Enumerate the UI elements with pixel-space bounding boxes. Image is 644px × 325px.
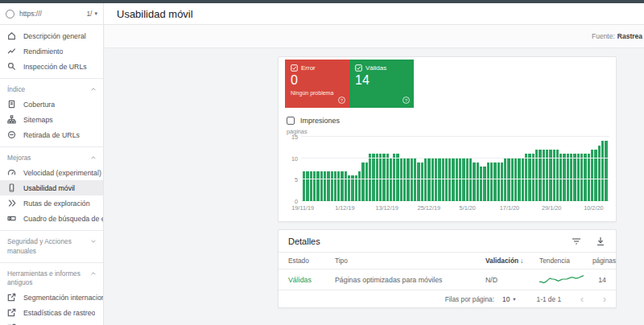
chart-bar <box>361 162 364 201</box>
row-status-link[interactable]: Válidas <box>288 276 335 284</box>
checkbox-unchecked-icon <box>287 117 295 125</box>
chart-bar <box>598 146 601 201</box>
x-tick-label: 13/12/19 <box>375 204 398 212</box>
chart-bar <box>584 154 586 201</box>
impressions-checkbox[interactable]: Impresiones <box>287 117 609 125</box>
chart-bar <box>501 162 503 201</box>
column-header-tendencia[interactable]: Tendencia <box>539 257 592 265</box>
table-footer: Filas por página: 10 ▾ 1-1 de 1 ‹ › <box>279 290 616 307</box>
column-header-validacion[interactable]: Validación↓ <box>485 257 539 265</box>
sort-descending-icon: ↓ <box>520 257 523 265</box>
valid-card[interactable]: Válidas 14 ? <box>349 60 414 108</box>
sidebar-section-seguridad-y-acciones-manuales[interactable]: Seguridad y Acciones manuales <box>0 235 103 257</box>
sidebar-item-cobertura[interactable]: Cobertura <box>0 97 103 112</box>
sidebar-section-label: Índice <box>7 85 90 94</box>
sidebar-item-rendimiento[interactable]: Rendimiento <box>0 43 103 59</box>
details-panel: Detalles Estado Tipo Validación↓ Tendenc… <box>278 229 617 308</box>
chart-bar <box>386 154 389 201</box>
table-row[interactable]: Válidas Páginas optimizadas para móviles… <box>279 269 616 290</box>
previous-page-button[interactable]: ‹ <box>580 294 584 304</box>
sidebar-item-descripcion-general[interactable]: Descripción general <box>0 28 103 43</box>
rows-per-page-label: Filas por página: <box>445 295 494 303</box>
app-bar: https:/// 1/ ▾ Usabilidad móvil <box>0 3 644 25</box>
error-card-label: Error <box>301 64 316 72</box>
sidebar-item-label: Estadísticas de rastreo <box>23 309 95 317</box>
chart-bar <box>382 154 385 201</box>
column-header-tipo[interactable]: Tipo <box>335 257 485 265</box>
sidebar-item-cuadro-de-busqueda-de-enlace[interactable]: Cuadro de búsqueda de enlace.. <box>0 211 103 226</box>
valid-card-label: Válidas <box>365 64 386 72</box>
page-title: Usabilidad móvil <box>104 3 193 24</box>
chart-bar <box>376 154 378 201</box>
x-tick-label: 5/1/20 <box>460 204 476 212</box>
sidebar-item-label: Cobertura <box>23 101 55 109</box>
chart-bar <box>480 167 482 201</box>
chart-bar <box>369 154 371 201</box>
column-header-paginas[interactable]: páginas <box>592 257 616 265</box>
row-validation: N/D <box>485 276 539 284</box>
sidebar-section-indice[interactable]: Índice <box>0 83 103 97</box>
y-tick-label: 5 <box>295 176 298 183</box>
browser-top-strip <box>0 0 644 3</box>
sidebar-item-sitemaps[interactable]: Sitemaps <box>0 112 103 127</box>
sidebar-item-label: Rutas de exploración <box>23 200 90 208</box>
chart-bar <box>525 154 527 201</box>
property-icon <box>6 10 14 19</box>
property-path: 1/ <box>86 10 92 18</box>
chart-bar <box>477 162 479 201</box>
sidebar-item-segmentacion-internacional[interactable]: Segmentación internacional <box>0 290 103 305</box>
rows-per-page-select[interactable]: 10 <box>502 295 510 303</box>
sidebar-divider <box>0 146 103 147</box>
sidebar-item-mensajes[interactable]: Mensajes <box>0 320 103 325</box>
x-tick-label: 19/11/19 <box>291 204 314 212</box>
sidebar-item-inspeccion-de-urls[interactable]: Inspección de URLs <box>0 59 103 74</box>
sidebar-item-estadisticas-de-rastreo[interactable]: Estadísticas de rastreo <box>0 305 103 320</box>
chart-bar <box>316 171 319 201</box>
sidebar-section-label: Herramientas e informes antiguos <box>7 269 90 287</box>
chevron-down-icon[interactable]: ▾ <box>513 296 515 302</box>
sidebar-item-usabilidad-movil[interactable]: Usabilidad móvil <box>0 180 103 195</box>
sidebar-item-retirada-de-urls[interactable]: Retirada de URLs <box>0 127 103 142</box>
download-icon[interactable] <box>595 236 606 247</box>
chart-x-axis: 19/11/191/12/1913/12/1925/12/195/1/2017/… <box>301 204 609 214</box>
help-icon[interactable]: ? <box>338 97 345 104</box>
property-url: https:/// <box>19 10 86 18</box>
gridline <box>301 158 609 158</box>
sidebar-item-label: Velocidad (experimental) <box>23 169 101 177</box>
help-icon[interactable]: ? <box>402 97 410 104</box>
chart-bar <box>567 154 569 201</box>
column-header-estado[interactable]: Estado <box>288 257 335 265</box>
filter-icon[interactable] <box>571 236 582 247</box>
row-type: Páginas optimizadas para móviles <box>335 276 485 284</box>
chart-bar <box>588 154 590 201</box>
chart-bar <box>337 171 340 201</box>
sidebar-item-label: Inspección de URLs <box>23 63 87 71</box>
sidebar-item-rutas-de-exploracion[interactable]: Rutas de exploración <box>0 195 103 211</box>
details-title: Detalles <box>288 237 558 246</box>
chevron-up-icon <box>90 86 97 93</box>
y-tick-label: 15 <box>291 134 298 141</box>
chart-bar <box>341 171 343 201</box>
chart-bar <box>532 154 535 201</box>
chart-bar <box>365 162 368 201</box>
error-card[interactable]: Error 0 Ningún problema ? <box>285 60 349 108</box>
chart-bar <box>473 162 475 201</box>
next-page-button[interactable]: › <box>603 294 606 304</box>
chart-y-axis-label: páginas <box>287 128 609 135</box>
chart-bars <box>303 137 608 201</box>
sidebar-section-mejoras[interactable]: Mejoras <box>0 151 103 165</box>
sidebar-section-label: Seguridad y Acciones manuales <box>7 237 90 255</box>
sidebar-item-velocidad-experimental[interactable]: Velocidad (experimental) <box>0 165 103 180</box>
sidebar-item-label: Descripción general <box>23 32 86 40</box>
chart-bar <box>379 154 382 201</box>
external-link-icon <box>7 293 16 302</box>
chart-bar <box>313 171 316 201</box>
chart-bar <box>393 154 395 201</box>
chart-bar <box>324 171 326 201</box>
sidebar-section-herramientas-e-informes-antiguos[interactable]: Herramientas e informes antiguos <box>0 267 103 290</box>
chart-bar <box>345 171 347 201</box>
property-selector[interactable]: https:/// 1/ ▾ <box>0 3 104 24</box>
mobile-icon <box>7 183 16 192</box>
sidebar-item-label: Rendimiento <box>23 47 63 56</box>
searchbox-icon <box>7 214 16 223</box>
